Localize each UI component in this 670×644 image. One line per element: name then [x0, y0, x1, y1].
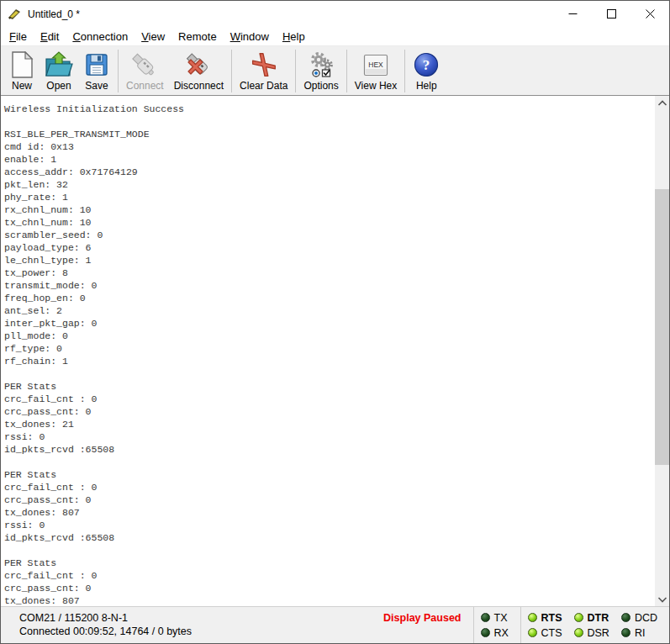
status-bar: COM21 / 115200 8-N-1 Connected 00:09:52,…: [1, 606, 669, 643]
help-button[interactable]: ? Help: [408, 49, 445, 93]
app-logo-icon[interactable]: [8, 8, 23, 21]
rts-label: RTS: [541, 612, 562, 624]
minimize-button[interactable]: [553, 1, 592, 27]
maximize-button[interactable]: [592, 1, 630, 27]
terminal-output[interactable]: Wireless Initialization Success RSI_BLE_…: [1, 96, 655, 606]
toolbar-separator: [118, 50, 119, 92]
menu-connection[interactable]: Connection: [66, 29, 135, 45]
scroll-down-button[interactable]: [655, 592, 669, 606]
rx-label: RX: [494, 627, 509, 639]
terminal-area: Wireless Initialization Success RSI_BLE_…: [1, 96, 669, 606]
signal-led-panel: RTS CTS DTR DSR: [520, 607, 665, 643]
ri-indicator: RI: [621, 626, 657, 640]
menu-help[interactable]: Help: [276, 29, 312, 45]
connection-info: COM21 / 115200 8-N-1 Connected 00:09:52,…: [1, 607, 192, 643]
display-paused-text: Display Paused: [383, 607, 472, 643]
options-button-label: Options: [303, 80, 338, 92]
scroll-up-button[interactable]: [655, 96, 669, 110]
dcd-indicator: DCD: [621, 611, 657, 625]
save-button-label: Save: [85, 80, 108, 92]
dtr-led-icon: [574, 613, 583, 622]
coolterm-window: Untitled_0 * File Edit Connection View R…: [0, 0, 670, 644]
close-button[interactable]: [630, 1, 669, 27]
menu-view[interactable]: View: [135, 29, 171, 45]
options-button[interactable]: Options: [298, 49, 343, 93]
disconnect-button-label: Disconnect: [174, 80, 224, 92]
blank-page-icon: [10, 50, 34, 79]
toolbar-separator: [404, 50, 405, 92]
menu-window[interactable]: Window: [224, 29, 276, 45]
dsr-led-icon: [574, 628, 583, 637]
new-button-label: New: [12, 80, 32, 92]
help-button-label: Help: [416, 80, 437, 92]
ri-label: RI: [635, 627, 646, 639]
cts-led-icon: [528, 628, 537, 637]
menu-bar: File Edit Connection View Remote Window …: [1, 27, 669, 46]
open-folder-arrow-icon: [45, 50, 73, 79]
save-button[interactable]: Save: [78, 49, 115, 93]
tx-led-icon: [481, 613, 490, 622]
txrx-led-panel: TX RX: [473, 607, 520, 643]
tx-indicator: TX: [481, 611, 508, 625]
view-hex-button[interactable]: HEX View Hex: [350, 49, 402, 93]
dsr-label: DSR: [588, 627, 609, 639]
hex-box-icon: HEX: [362, 50, 389, 79]
menu-remote[interactable]: Remote: [171, 29, 224, 45]
title-bar: Untitled_0 *: [1, 1, 669, 27]
rts-led-icon: [528, 613, 537, 622]
floppy-disk-icon: [83, 50, 110, 79]
dtr-indicator[interactable]: DTR: [574, 611, 609, 625]
gears-settings-icon: [308, 50, 335, 79]
connect-button-label: Connect: [126, 80, 164, 92]
window-controls: [553, 1, 669, 27]
clear-data-button-label: Clear Data: [240, 80, 288, 92]
dsr-indicator: DSR: [574, 626, 609, 640]
svg-text:?: ?: [423, 57, 430, 73]
rx-indicator: RX: [481, 626, 509, 640]
toolbar-separator: [231, 50, 232, 92]
toolbar-separator: [295, 50, 296, 92]
toolbar: New Open: [1, 46, 669, 96]
blue-question-icon: ?: [413, 50, 440, 79]
dcd-led-icon: [621, 613, 630, 622]
toolbar-separator: [346, 50, 347, 92]
port-settings-text: COM21 / 115200 8-N-1: [19, 611, 192, 625]
rts-indicator[interactable]: RTS: [528, 611, 562, 625]
view-hex-button-label: View Hex: [355, 80, 397, 92]
menu-edit[interactable]: Edit: [34, 29, 66, 45]
scrollbar-thumb[interactable]: [655, 189, 669, 465]
usb-plug-red-x-icon: [183, 50, 214, 79]
dtr-dsr-column: DTR DSR: [574, 611, 609, 640]
dcd-ri-column: DCD RI: [621, 611, 657, 640]
open-button-label: Open: [46, 80, 71, 92]
dcd-label: DCD: [635, 612, 657, 624]
cts-indicator: CTS: [528, 626, 562, 640]
hex-icon-text: HEX: [368, 61, 383, 69]
usb-plug-icon: [130, 50, 159, 79]
open-button[interactable]: Open: [40, 49, 78, 93]
connect-button[interactable]: Connect: [121, 49, 169, 93]
new-button[interactable]: New: [4, 49, 40, 93]
scrollbar-track[interactable]: [655, 110, 669, 592]
rts-cts-column: RTS CTS: [528, 611, 562, 640]
dtr-label: DTR: [588, 612, 609, 624]
clear-data-button[interactable]: Clear Data: [235, 49, 293, 93]
ri-led-icon: [621, 628, 630, 637]
disconnect-button[interactable]: Disconnect: [169, 49, 229, 93]
vertical-scrollbar[interactable]: [655, 96, 669, 606]
connection-time-text: Connected 00:09:52, 14764 / 0 bytes: [19, 625, 192, 638]
rx-led-icon: [481, 628, 490, 637]
menu-file[interactable]: File: [3, 29, 34, 45]
tx-label: TX: [494, 612, 508, 624]
window-title: Untitled_0 *: [28, 8, 80, 20]
cts-label: CTS: [541, 627, 562, 639]
red-x-icon: [250, 50, 278, 79]
